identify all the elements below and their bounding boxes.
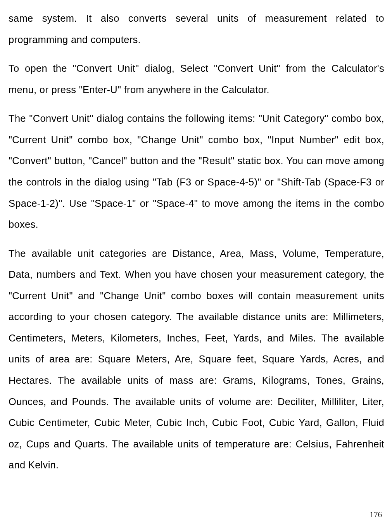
paragraph-3: The "Convert Unit" dialog contains the f… — [9, 108, 384, 235]
page-number: 176 — [370, 510, 382, 520]
paragraph-4: The available unit categories are Distan… — [9, 243, 384, 476]
paragraph-1: same system. It also converts several un… — [9, 8, 384, 50]
document-content: same system. It also converts several un… — [0, 0, 392, 476]
paragraph-2: To open the "Convert Unit" dialog, Selec… — [9, 58, 384, 100]
